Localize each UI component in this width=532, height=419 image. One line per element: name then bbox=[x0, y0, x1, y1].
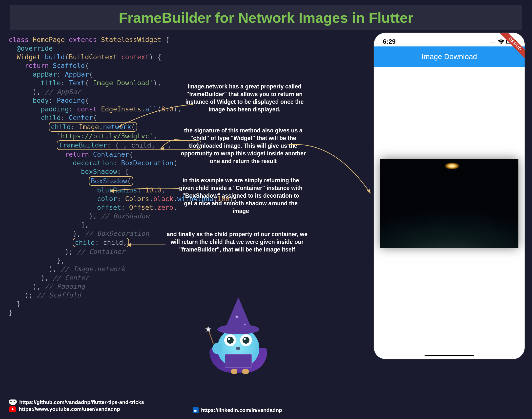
highlight-image-network: child: Image.network( bbox=[49, 122, 137, 132]
linkedin-url: https://linkedin.com/in/vandadnp bbox=[201, 407, 282, 413]
youtube-url: https://www.youtube.com/user/vandadnp bbox=[19, 406, 120, 412]
github-link[interactable]: https://github.com/vandadnp/flutter-tips… bbox=[9, 399, 144, 405]
owl-mascot-icon: ★ ★ ★ bbox=[205, 297, 274, 376]
phone-appbar: Image Download bbox=[374, 46, 525, 67]
page-title: FrameBuilder for Network Images in Flutt… bbox=[20, 9, 512, 26]
image-url: 'https://bit.ly/3wdgLvc' bbox=[57, 132, 153, 140]
highlight-child-child: child: child, bbox=[73, 238, 129, 247]
footer-links: https://github.com/vandadnp/flutter-tips… bbox=[9, 399, 144, 413]
build-method: build bbox=[45, 53, 65, 61]
appbar-title: Image Download bbox=[421, 52, 477, 61]
downloaded-image bbox=[380, 159, 518, 248]
linkedin-icon: in bbox=[193, 407, 199, 413]
title-bar: FrameBuilder for Network Images in Flutt… bbox=[10, 5, 522, 30]
phone-mockup: 6:29 .... Image Download DEBUG bbox=[374, 33, 525, 359]
annotation-2: the signature of this method also gives … bbox=[178, 127, 309, 165]
annotation-1: Image.network has a great property calle… bbox=[178, 83, 311, 113]
kw-extends: extends bbox=[69, 36, 101, 43]
home-indicator-icon bbox=[425, 355, 474, 356]
signal-dots-icon: .... bbox=[490, 39, 496, 44]
main-content: class HomePage extends StatelessWidget {… bbox=[0, 33, 532, 394]
status-time: 6:29 bbox=[383, 38, 396, 45]
github-icon bbox=[9, 399, 17, 405]
github-url: https://github.com/vandadnp/flutter-tips… bbox=[19, 399, 144, 405]
youtube-icon bbox=[9, 406, 16, 412]
phone-body bbox=[374, 67, 525, 359]
highlight-boxshadow: BoxShadow( bbox=[89, 176, 133, 186]
annotation-4: and finally as the child property of our… bbox=[164, 230, 310, 253]
annotation-3: in this example we are simply returning … bbox=[178, 177, 304, 215]
wifi-icon bbox=[498, 39, 504, 44]
override-annotation: @override bbox=[17, 44, 53, 52]
class-name: HomePage bbox=[33, 36, 69, 43]
kw-class: class bbox=[9, 36, 33, 43]
linkedin-link[interactable]: in https://linkedin.com/in/vandadnp bbox=[193, 407, 282, 413]
super-name: StatelessWidget bbox=[101, 36, 165, 43]
youtube-link[interactable]: https://www.youtube.com/user/vandadnp bbox=[9, 406, 144, 412]
